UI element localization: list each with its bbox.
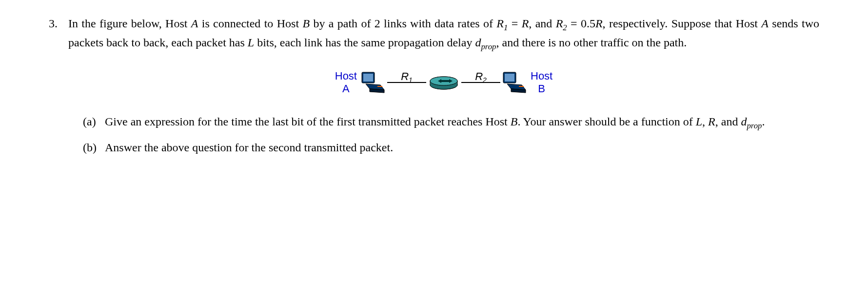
text: = 0.5: [567, 17, 595, 30]
host-b-text1: Host: [531, 70, 552, 82]
var-d2: d: [741, 115, 747, 128]
subpart-b: (b) Answer the above question for the se…: [68, 139, 819, 156]
var-B2: B: [511, 115, 518, 128]
r2-text: R: [475, 70, 483, 82]
subparts: (a) Give an expression for the time the …: [68, 113, 819, 156]
text: Suppose that Host: [671, 17, 762, 30]
svg-rect-8: [519, 86, 524, 87]
text: , and: [529, 17, 555, 30]
host-a-text1: Host: [335, 70, 357, 82]
link-1: R1: [387, 82, 426, 83]
svg-rect-2: [377, 86, 382, 87]
svg-rect-1: [363, 74, 373, 82]
text: Give an expression for the time the last…: [105, 115, 511, 128]
var-A: A: [191, 17, 198, 30]
network-figure: Host A R1: [68, 70, 819, 96]
r1-text: R: [401, 70, 409, 82]
text: , respectively.: [603, 17, 671, 30]
text: , and: [715, 115, 741, 128]
var-R2: R: [556, 17, 563, 30]
computer-icon-b: [502, 70, 527, 95]
link-2: R2: [461, 82, 500, 83]
var-prop2: prop: [747, 121, 762, 130]
r1-sub: 1: [409, 77, 413, 84]
var-L: L: [248, 36, 254, 49]
var-R: R: [522, 17, 529, 30]
text: =: [508, 17, 521, 30]
question-paragraph: In the figure below, Host A is connected…: [68, 15, 819, 53]
var-R3: R: [708, 115, 715, 128]
text: bits, each link has the same propagation…: [254, 36, 475, 49]
var-B: B: [302, 17, 310, 30]
var-R1: R: [496, 17, 504, 30]
link-1-label: R1: [401, 68, 413, 85]
question-3: 3. In the figure below, Host A is connec…: [49, 15, 819, 156]
text: . Your answer should be a function of: [517, 115, 695, 128]
router-icon: [429, 75, 458, 90]
figure-row: Host A R1: [335, 70, 553, 96]
link-2-label: R2: [475, 68, 487, 85]
text: by a path of 2 links with data rates of: [310, 17, 496, 30]
svg-rect-7: [505, 74, 514, 82]
var-d: d: [475, 36, 481, 49]
text: .: [762, 115, 765, 128]
host-b-text2: B: [531, 82, 552, 95]
host-a-text2: A: [335, 82, 357, 95]
text: ,: [702, 115, 708, 128]
subpart-a-label: (a): [83, 113, 105, 130]
text: , and there is no other traffic on the p…: [496, 36, 687, 49]
subpart-a: (a) Give an expression for the time the …: [68, 113, 819, 132]
text: is connected to Host: [198, 17, 302, 30]
host-b-label: Host B: [531, 70, 552, 96]
r2-sub: 2: [483, 77, 487, 84]
computer-icon-a: [361, 70, 385, 95]
var-A2: A: [761, 17, 769, 30]
var-R2val: R: [595, 17, 603, 30]
text: In the figure below, Host: [68, 17, 191, 30]
subpart-b-label: (b): [83, 139, 105, 156]
var-L2: L: [696, 115, 702, 128]
subpart-b-content: Answer the above question for the second…: [105, 139, 819, 156]
question-number: 3.: [49, 15, 68, 32]
question-content: In the figure below, Host A is connected…: [68, 15, 819, 156]
host-a-label: Host A: [335, 70, 357, 96]
subpart-a-content: Give an expression for the time the last…: [105, 113, 819, 132]
var-prop: prop: [481, 42, 496, 51]
var-R2-sub: 2: [563, 23, 567, 32]
